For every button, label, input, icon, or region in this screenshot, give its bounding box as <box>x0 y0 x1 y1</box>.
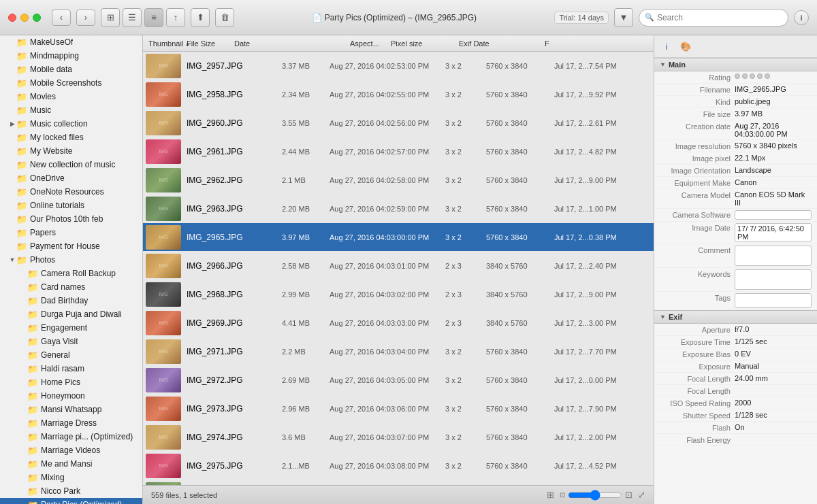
back-button[interactable]: ‹ <box>52 10 71 26</box>
sidebar-item[interactable]: 📁Mobile Screenshots <box>0 76 142 90</box>
action-button[interactable]: ▼ <box>614 8 633 27</box>
table-row[interactable]: IMG IMG_2971.JPG 2.2 MB Aug 27, 2016 04:… <box>143 337 654 366</box>
maximize-button[interactable] <box>33 14 41 22</box>
info-label: Exposure <box>660 362 735 371</box>
table-row[interactable]: IMG IMG_2960.JPG 3.55 MB Aug 27, 2016 04… <box>143 109 654 137</box>
sidebar-item[interactable]: 📁Haldi rasam <box>0 362 142 375</box>
search-input[interactable] <box>657 13 782 22</box>
disclosure-icon[interactable]: ▼ <box>8 256 16 264</box>
sidebar-item[interactable]: 📁Mixing <box>0 471 142 484</box>
sidebar-item[interactable]: 📁Honeymoon <box>0 389 142 403</box>
sidebar-item[interactable]: 📁Home Pics <box>0 375 142 389</box>
sidebar-item[interactable]: 📁OneDrive <box>0 171 142 185</box>
table-row[interactable]: IMG IMG_2973.JPG 2.96 MB Aug 27, 2016 04… <box>143 394 654 423</box>
table-row[interactable]: IMG IMG_2976.JPG 2.75 MB Aug 27, 2016 04… <box>143 480 654 485</box>
col-date-header[interactable]: Date <box>231 39 347 48</box>
info-row: Focal Length 24.00 mm <box>654 373 817 385</box>
info-value-keywords[interactable] <box>735 269 812 290</box>
info-value-comment[interactable] <box>735 246 812 266</box>
folder-icon: 📁 <box>16 78 27 88</box>
filelist-body[interactable]: IMG IMG_2957.JPG 3.37 MB Aug 27, 2016 04… <box>143 52 654 485</box>
sidebar-item[interactable]: 📁Nicco Park <box>0 484 142 498</box>
info-value[interactable] <box>735 210 812 220</box>
sidebar-item[interactable]: 📁Camera Roll Backup <box>0 267 142 280</box>
rating-dot[interactable] <box>757 73 763 79</box>
rating-dot[interactable] <box>742 73 748 79</box>
table-row[interactable]: IMG IMG_2975.JPG 2.1...MB Aug 27, 2016 0… <box>143 452 654 480</box>
rating-dot[interactable] <box>765 73 770 79</box>
file-aspect: 3 x 2 <box>443 405 483 413</box>
sidebar-item[interactable]: 📁Mindmapping <box>0 49 142 63</box>
table-row[interactable]: IMG IMG_2962.JPG 2.1 MB Aug 27, 2016 04:… <box>143 166 654 195</box>
sidebar-item[interactable]: 📁Payment for House <box>0 239 142 253</box>
table-row[interactable]: IMG IMG_2966.JPG 2.58 MB Aug 27, 2016 04… <box>143 252 654 280</box>
view-flow-button[interactable]: ↑ <box>166 8 185 27</box>
sidebar-item[interactable]: 📁Durga Puja and Diwali <box>0 307 142 321</box>
sidebar-item[interactable]: 📁Me and Mansi <box>0 457 142 471</box>
sidebar-item[interactable]: 📁MakeUseOf <box>0 35 142 49</box>
rating-dots[interactable] <box>735 73 812 79</box>
forward-button[interactable]: › <box>76 10 95 26</box>
col-exifdate-header[interactable]: Exif Date <box>456 39 545 48</box>
col-filesize-header[interactable]: File Size <box>184 39 231 48</box>
info-tab-color[interactable]: 🎨 <box>679 39 692 53</box>
info-section-header-exif[interactable]: ▼ Exif <box>654 310 817 324</box>
trial-badge: Trial: 14 days <box>554 12 609 24</box>
minimize-button[interactable] <box>20 14 29 22</box>
close-button[interactable] <box>8 14 16 22</box>
disclosure-icon[interactable]: ▶ <box>8 120 16 128</box>
info-value[interactable]: 17/ 7/ 2016, 6:42:50 PM <box>735 223 812 242</box>
sidebar-item[interactable]: 📁Engagement <box>0 321 142 335</box>
sidebar-item[interactable]: 📁Mansi Whatsapp <box>0 403 142 416</box>
sidebar-item[interactable]: 📁Online tutorials <box>0 199 142 212</box>
table-row[interactable]: IMG IMG_2968.JPG 2.99 MB Aug 27, 2016 04… <box>143 280 654 309</box>
sidebar-item[interactable]: 📁My Website <box>0 144 142 158</box>
size-slider[interactable] <box>568 490 622 501</box>
sidebar-item[interactable]: 📁Papers <box>0 226 142 239</box>
rating-dot[interactable] <box>735 73 740 79</box>
info-tab-main[interactable]: i <box>660 39 673 53</box>
info-button[interactable]: i <box>794 10 809 25</box>
sidebar-item[interactable]: 📁General <box>0 348 142 362</box>
sidebar-item[interactable]: 📁My locked files <box>0 131 142 144</box>
sidebar-item[interactable]: 📁New collection of music <box>0 158 142 171</box>
search-box[interactable]: 🔍 <box>639 9 788 27</box>
sidebar-item[interactable]: 📁OneNote Resources <box>0 185 142 199</box>
view-icons-button[interactable]: ⊞ <box>101 8 120 27</box>
table-row[interactable]: IMG IMG_2965.JPG 3.97 MB Aug 27, 2016 04… <box>143 223 654 252</box>
col-pixel-header[interactable]: Pixel size <box>388 39 456 48</box>
sidebar-item[interactable]: ▶📁Music collection <box>0 117 142 131</box>
sidebar-item[interactable]: 📁Party Pics (Optimized) <box>0 498 142 504</box>
sidebar-item[interactable]: 📁Marriage pi... (Optimized) <box>0 430 142 443</box>
col-thumbnail-header[interactable]: Thumbnail ▲ <box>143 39 184 48</box>
info-label: Focal Length <box>660 374 735 383</box>
table-row[interactable]: IMG IMG_2961.JPG 2.44 MB Aug 27, 2016 04… <box>143 137 654 166</box>
file-thumbnail: IMG <box>143 195 184 222</box>
table-row[interactable]: IMG IMG_2963.JPG 2.20 MB Aug 27, 2016 04… <box>143 195 654 223</box>
table-row[interactable]: IMG IMG_2958.JPG 2.34 MB Aug 27, 2016 04… <box>143 80 654 109</box>
share-button[interactable]: ⬆ <box>191 8 210 27</box>
delete-button[interactable]: 🗑 <box>215 8 234 27</box>
view-details-button[interactable]: ≡ <box>144 8 163 27</box>
table-row[interactable]: IMG IMG_2972.JPG 2.69 MB Aug 27, 2016 04… <box>143 366 654 394</box>
sidebar-item[interactable]: 📁Movies <box>0 90 142 103</box>
table-row[interactable]: IMG IMG_2974.JPG 3.6 MB Aug 27, 2016 04:… <box>143 423 654 452</box>
sidebar-item[interactable]: 📁Mobile data <box>0 63 142 76</box>
sidebar-item[interactable]: 📁Card names <box>0 280 142 294</box>
view-list-button[interactable]: ☰ <box>123 8 142 27</box>
info-row: Exposure Time 1/125 sec <box>654 336 817 348</box>
sidebar-item[interactable]: 📁Our Photos 10th feb <box>0 212 142 226</box>
table-row[interactable]: IMG IMG_2957.JPG 3.37 MB Aug 27, 2016 04… <box>143 52 654 80</box>
sidebar-item[interactable]: 📁Dad Birthday <box>0 294 142 307</box>
sidebar-item[interactable]: 📁Music <box>0 103 142 117</box>
sidebar-item[interactable]: 📁Marriage Videos <box>0 443 142 457</box>
info-row: Image resolution 5760 x 3840 pixels <box>654 140 817 152</box>
info-value-tags[interactable] <box>735 293 812 308</box>
sidebar-item[interactable]: ▼📁Photos <box>0 253 142 267</box>
col-aspect-header[interactable]: Aspect... <box>347 39 388 48</box>
rating-dot[interactable] <box>750 73 755 79</box>
sidebar-item[interactable]: 📁Marriage Dress <box>0 416 142 430</box>
table-row[interactable]: IMG IMG_2969.JPG 4.41 MB Aug 27, 2016 04… <box>143 309 654 337</box>
sidebar-item[interactable]: 📁Gaya Visit <box>0 335 142 348</box>
info-section-header-main[interactable]: ▼ Main <box>654 58 817 71</box>
